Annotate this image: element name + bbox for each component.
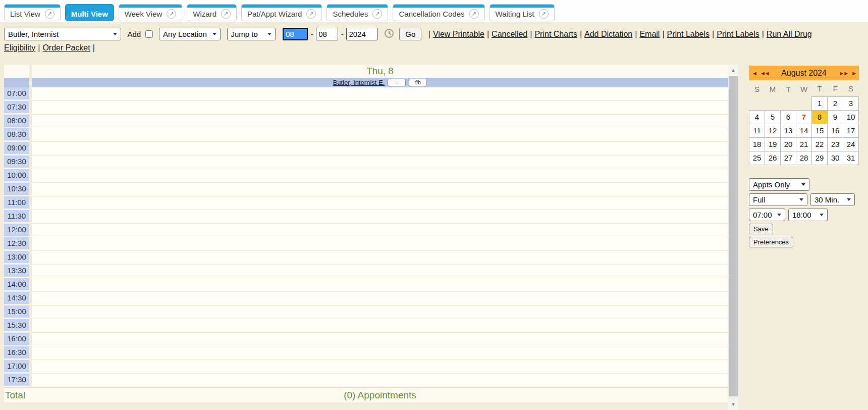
link-print-charts[interactable]: Print Charts [534,30,577,38]
calendar-day-18[interactable]: 18 [749,137,765,151]
calendar-prev-icon[interactable]: ◄ [752,70,756,76]
schedule-slot[interactable] [32,374,728,387]
calendar-day-17[interactable]: 17 [843,124,859,137]
schedule-slot[interactable] [32,319,728,333]
jump-to-select[interactable]: Jump to [227,28,276,40]
tab-list-view[interactable]: List View ↗ [4,4,61,21]
calendar-day-21[interactable]: 21 [796,137,812,151]
external-link-icon[interactable]: ↗ [221,9,231,19]
calendar-day-31[interactable]: 31 [843,151,859,165]
calendar-day-9[interactable]: 9 [828,110,843,124]
link-cancelled[interactable]: Cancelled [492,30,527,38]
schedule-slot[interactable] [32,278,728,292]
vertical-scrollbar[interactable]: ▲ ▼ [728,65,738,410]
schedule-slot[interactable] [32,224,728,237]
scroll-up-icon[interactable]: ▲ [728,65,738,76]
clock-icon[interactable] [384,28,394,38]
calendar-day-24[interactable]: 24 [843,137,859,151]
schedule-slot[interactable] [32,156,728,169]
scroll-down-icon[interactable]: ▼ [728,399,738,410]
schedule-slot[interactable] [32,128,728,142]
schedule-slot[interactable] [32,265,728,278]
link-add-dictation[interactable]: Add Dictation [584,30,632,38]
tab-cancellation-codes[interactable]: Cancellation Codes ↗ [393,4,484,21]
provider-link[interactable]: Butler, Internist E. [333,79,385,86]
schedule-slot[interactable] [32,346,728,360]
calendar-day-28[interactable]: 28 [796,151,812,165]
end-time-select[interactable]: 18:00 [788,209,828,221]
external-link-icon[interactable]: ↗ [539,9,549,19]
tab-wizard[interactable]: Wizard ↗ [187,4,237,21]
date-year-input[interactable] [346,28,377,40]
scrollbar-thumb[interactable] [729,76,738,396]
calendar-day-23[interactable]: 23 [828,137,843,151]
collapse-button[interactable]: — [388,79,406,86]
calendar-day-12[interactable]: 12 [765,124,781,137]
calendar-day-20[interactable]: 20 [781,137,796,151]
calendar-day-13[interactable]: 13 [781,124,796,137]
calendar-day-15[interactable]: 15 [812,124,828,137]
schedule-slot[interactable] [32,333,728,346]
calendar-day-25[interactable]: 25 [749,151,765,165]
tab-waiting-list[interactable]: Waiting List ↗ [490,4,555,21]
calendar-day-29[interactable]: 29 [812,151,828,165]
save-button[interactable]: Save [749,224,773,234]
schedule-slot[interactable] [32,142,728,156]
calendar-next-fast-icon[interactable]: ►► [839,70,848,76]
calendar-day-3[interactable]: 3 [843,96,859,110]
date-day-input[interactable] [316,28,338,40]
calendar-day-8[interactable]: 8 [812,110,828,124]
calendar-day-22[interactable]: 22 [812,137,828,151]
calendar-day-10[interactable]: 10 [843,110,859,124]
calendar-day-11[interactable]: 11 [749,124,765,137]
external-link-icon[interactable]: ↗ [45,9,55,19]
tab-pat-appt-wizard[interactable]: Pat/Appt Wizard ↗ [241,4,322,21]
calendar-day-1[interactable]: 1 [812,96,828,110]
calendar-next-icon[interactable]: ► [851,70,856,76]
schedule-slot[interactable] [32,101,728,115]
add-checkbox[interactable] [145,30,153,38]
external-link-icon[interactable]: ↗ [372,9,382,19]
location-select[interactable]: Any Location [159,28,221,40]
schedule-slot[interactable] [32,305,728,319]
schedule-slot[interactable] [32,87,728,101]
date-month-input[interactable] [283,28,308,40]
calendar-day-26[interactable]: 26 [765,151,781,165]
schedule-slot[interactable] [32,292,728,305]
calendar-day-14[interactable]: 14 [796,124,812,137]
start-time-select[interactable]: 07:00 [749,209,785,221]
calendar-day-7[interactable]: 7 [796,110,812,124]
schedule-slot[interactable] [32,237,728,251]
calendar-day-19[interactable]: 19 [765,137,781,151]
calendar-prev-fast-icon[interactable]: ◄◄ [760,70,769,76]
calendar-day-27[interactable]: 27 [781,151,796,165]
link-order-packet[interactable]: Order Packet [42,43,90,52]
schedule-slot[interactable] [32,210,728,224]
fb-button[interactable]: f/b [409,79,427,86]
calendar-day-4[interactable]: 4 [749,110,765,124]
schedule-slot[interactable] [32,183,728,196]
tab-week-view[interactable]: Week View ↗ [119,4,182,21]
external-link-icon[interactable]: ↗ [167,9,176,19]
schedule-slot[interactable] [32,169,728,183]
schedule-slot[interactable] [32,115,728,128]
link-print-labels[interactable]: Print Labels [717,30,760,38]
link-view-printable[interactable]: View Printable [433,30,484,38]
size-select[interactable]: Full [749,193,807,206]
calendar-day-5[interactable]: 5 [765,110,781,124]
schedule-slot[interactable] [32,196,728,210]
external-link-icon[interactable]: ↗ [469,9,479,19]
tab-multi-view[interactable]: Multi View [65,4,114,21]
view-mode-select[interactable]: Appts Only [749,178,809,191]
preferences-button[interactable]: Preferences [749,237,793,247]
provider-select[interactable]: Butler, Internist [4,28,121,40]
calendar-day-16[interactable]: 16 [828,124,843,137]
link-email[interactable]: Email [639,30,660,38]
calendar-day-30[interactable]: 30 [828,151,843,165]
tab-schedules[interactable]: Schedules ↗ [327,4,388,21]
link-print-labels[interactable]: Print Labels [667,30,710,38]
schedule-slot[interactable] [32,251,728,265]
calendar-day-2[interactable]: 2 [828,96,843,110]
interval-select[interactable]: 30 Min. [810,193,855,206]
go-button[interactable]: Go [399,28,421,40]
